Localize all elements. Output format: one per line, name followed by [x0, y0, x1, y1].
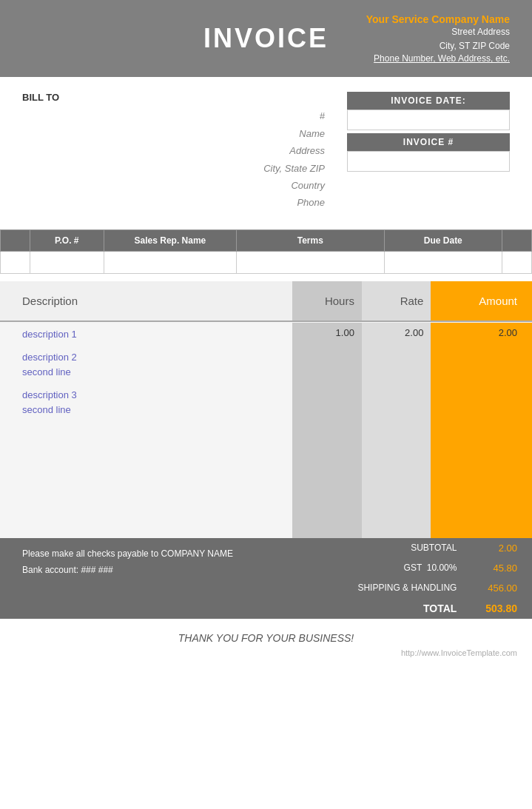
- item-3-rate[interactable]: [362, 383, 431, 421]
- item-3-hours[interactable]: [292, 383, 361, 421]
- gst-label: GST 10.00%: [321, 558, 465, 578]
- footer-section: Please make all checks payable to COMPAN…: [0, 538, 532, 619]
- items-table: Description Hours Rate Amount descriptio…: [0, 281, 532, 538]
- item-2-amount[interactable]: [431, 346, 532, 383]
- header: INVOICE Your Service Company Name Street…: [0, 0, 532, 77]
- item-1-rate[interactable]: 2.00: [362, 323, 431, 346]
- item-row-8: [0, 514, 532, 538]
- hours-header: Hours: [292, 281, 361, 321]
- po-row-extra-left: [1, 251, 30, 273]
- po-col-header: [1, 229, 30, 251]
- shipping-label: SHIPPING & HANDLING: [321, 578, 465, 598]
- po-extra-header: [502, 229, 532, 251]
- item-8-rate[interactable]: [362, 514, 431, 538]
- invoice-meta: INVOICE DATE: INVOICE #: [347, 92, 510, 211]
- bill-to-hash: #: [22, 107, 325, 124]
- sales-rep-header: Sales Rep. Name: [104, 229, 236, 251]
- invoice-date-label: INVOICE DATE:: [347, 92, 510, 110]
- item-7-amount[interactable]: [431, 491, 532, 515]
- bill-section: BILL TO # Name Address City, State ZIP C…: [0, 77, 532, 218]
- invoice-number-row: INVOICE #: [347, 133, 510, 172]
- item-6-desc[interactable]: [0, 468, 292, 491]
- item-6-amount[interactable]: [431, 468, 532, 491]
- checks-text: Please make all checks payable to COMPAN…: [22, 548, 299, 559]
- item-row-7: [0, 491, 532, 515]
- item-row-4: [0, 421, 532, 445]
- item-8-desc[interactable]: [0, 514, 292, 538]
- bill-to-name: Name: [22, 125, 325, 142]
- po-number-header: P.O. #: [30, 229, 104, 251]
- po-number-cell[interactable]: [30, 251, 104, 273]
- item-row-6: [0, 468, 532, 491]
- item-4-rate[interactable]: [362, 421, 431, 445]
- item-7-desc[interactable]: [0, 491, 292, 515]
- company-name: Your Service Company Name: [347, 13, 510, 25]
- item-4-amount[interactable]: [431, 421, 532, 445]
- item-8-amount[interactable]: [431, 514, 532, 538]
- desc-header: Description: [0, 281, 292, 321]
- invoice-date-input[interactable]: [347, 110, 510, 130]
- bill-to: BILL TO # Name Address City, State ZIP C…: [22, 92, 325, 211]
- item-1-desc[interactable]: description 1: [0, 323, 292, 346]
- item-4-desc[interactable]: [0, 421, 292, 445]
- footer-table: Please make all checks payable to COMPAN…: [0, 538, 532, 619]
- item-6-rate[interactable]: [362, 468, 431, 491]
- item-6-hours[interactable]: [292, 468, 361, 491]
- company-street: Street Address: [347, 25, 510, 39]
- subtotal-value: 2.00: [464, 538, 532, 558]
- bill-to-address: Address: [22, 142, 325, 159]
- invoice-title: INVOICE: [185, 23, 347, 54]
- item-1-hours[interactable]: 1.00: [292, 323, 361, 346]
- invoice-number-label: INVOICE #: [347, 133, 510, 151]
- item-row-5: [0, 445, 532, 469]
- item-5-hours[interactable]: [292, 445, 361, 469]
- item-2-desc[interactable]: description 2 second line: [0, 346, 292, 383]
- total-label: TOTAL: [321, 598, 465, 619]
- po-row-extra-right: [502, 251, 532, 273]
- terms-header: Terms: [237, 229, 384, 251]
- item-row-3: description 3 second line: [0, 383, 532, 421]
- bill-to-phone: Phone: [22, 194, 325, 211]
- company-info: Your Service Company Name Street Address…: [347, 13, 510, 64]
- company-city: City, ST ZIP Code: [347, 39, 510, 53]
- item-7-rate[interactable]: [362, 491, 431, 515]
- sales-rep-cell[interactable]: [104, 251, 236, 273]
- item-5-rate[interactable]: [362, 445, 431, 469]
- bill-to-fields: # Name Address City, State ZIP Country P…: [22, 107, 325, 211]
- amount-header: Amount: [431, 281, 532, 321]
- subtotal-row: Please make all checks payable to COMPAN…: [0, 538, 532, 558]
- bill-to-title: BILL TO: [22, 92, 325, 103]
- invoice-date-row: INVOICE DATE:: [347, 92, 510, 130]
- due-date-header: Due Date: [384, 229, 502, 251]
- invoice-number-input[interactable]: [347, 151, 510, 172]
- item-7-hours[interactable]: [292, 491, 361, 515]
- item-4-hours[interactable]: [292, 421, 361, 445]
- items-section: Description Hours Rate Amount descriptio…: [0, 281, 532, 538]
- rate-header: Rate: [362, 281, 431, 321]
- item-3-desc[interactable]: description 3 second line: [0, 383, 292, 421]
- bank-text: Bank account: ### ###: [22, 565, 299, 575]
- item-5-amount[interactable]: [431, 445, 532, 469]
- item-row-2: description 2 second line: [0, 346, 532, 383]
- po-table: P.O. # Sales Rep. Name Terms Due Date: [0, 229, 532, 274]
- gst-value: 45.80: [464, 558, 532, 578]
- item-8-hours[interactable]: [292, 514, 361, 538]
- item-5-desc[interactable]: [0, 445, 292, 469]
- shipping-value: 456.00: [464, 578, 532, 598]
- thank-you-text: THANK YOU FOR YOUR BUSINESS!: [0, 619, 532, 648]
- subtotal-label: SUBTOTAL: [321, 538, 465, 558]
- watermark: http://www.InvoiceTemplate.com: [0, 648, 532, 665]
- total-value: 503.80: [464, 598, 532, 619]
- item-2-hours[interactable]: [292, 346, 361, 383]
- bill-to-city: City, State ZIP: [22, 160, 325, 177]
- due-date-cell[interactable]: [384, 251, 502, 273]
- item-2-rate[interactable]: [362, 346, 431, 383]
- footer-left-info: Please make all checks payable to COMPAN…: [0, 538, 321, 619]
- terms-cell[interactable]: [237, 251, 384, 273]
- item-row-1: description 1 1.00 2.00 2.00: [0, 323, 532, 346]
- item-1-amount[interactable]: 2.00: [431, 323, 532, 346]
- item-3-amount[interactable]: [431, 383, 532, 421]
- company-phone: Phone Number, Web Address, etc.: [347, 53, 510, 64]
- bill-to-country: Country: [22, 177, 325, 194]
